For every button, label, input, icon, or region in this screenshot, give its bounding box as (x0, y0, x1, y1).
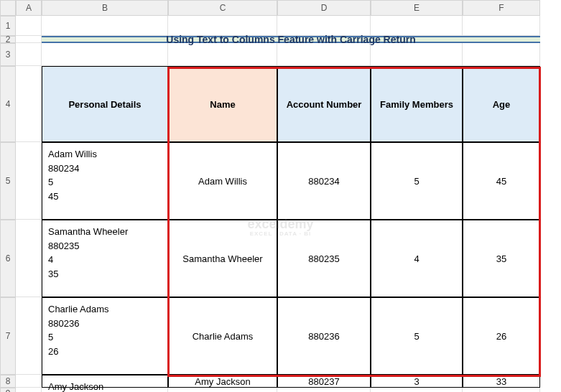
cell-blank[interactable] (16, 375, 42, 388)
cell-blank[interactable] (16, 43, 42, 66)
table-cell-personal[interactable]: Samantha Wheeler 880235 4 35 (42, 220, 168, 297)
cell-blank[interactable] (168, 16, 277, 36)
table-cell-personal[interactable]: Charlie Adams 880236 5 26 (42, 297, 168, 375)
cell-blank[interactable] (463, 16, 540, 36)
cell-blank[interactable] (168, 388, 277, 392)
table-header-personal[interactable]: Personal Details (42, 66, 168, 142)
cell-blank[interactable] (16, 66, 42, 142)
row-header-3[interactable]: 3 (0, 43, 16, 66)
table-header-account[interactable]: Account Number (277, 66, 371, 142)
cell-blank[interactable] (371, 388, 463, 392)
page-title: Using Text to Columns Feature with Carri… (42, 36, 540, 43)
cell-blank[interactable] (371, 43, 463, 66)
cell-blank[interactable] (463, 43, 540, 66)
table-header-family[interactable]: Family Members (371, 66, 463, 142)
column-header-C[interactable]: C (168, 0, 277, 16)
table-cell-family[interactable]: 5 (371, 297, 463, 375)
cell-blank[interactable] (168, 43, 277, 66)
column-header-E[interactable]: E (371, 0, 463, 16)
table-cell-name[interactable]: Adam Willis (168, 142, 277, 220)
row-header-1[interactable]: 1 (0, 16, 16, 36)
cell-blank[interactable] (42, 388, 168, 392)
table-cell-family[interactable]: 5 (371, 142, 463, 220)
column-header-F[interactable]: F (463, 0, 540, 16)
table-cell-account[interactable]: 880235 (277, 220, 371, 297)
table-header-name[interactable]: Name (168, 66, 277, 142)
row-header-4[interactable]: 4 (0, 66, 16, 142)
table-cell-name[interactable]: Charlie Adams (168, 297, 277, 375)
table-cell-account[interactable]: 880237 (277, 375, 371, 388)
cell-blank[interactable] (371, 16, 463, 36)
select-all-corner[interactable] (0, 0, 16, 16)
table-cell-age[interactable]: 35 (463, 220, 540, 297)
cell-blank[interactable] (42, 16, 168, 36)
table-cell-age[interactable]: 45 (463, 142, 540, 220)
table-cell-personal[interactable]: Amy Jackson 880237 3 33 (42, 375, 168, 388)
row-header-6[interactable]: 6 (0, 220, 16, 297)
row-header-9[interactable]: 9 (0, 388, 16, 392)
table-cell-account[interactable]: 880236 (277, 297, 371, 375)
table-header-age[interactable]: Age (463, 66, 540, 142)
cell-blank[interactable] (16, 142, 42, 220)
cell-blank[interactable] (463, 388, 540, 392)
row-header-5[interactable]: 5 (0, 142, 16, 220)
cell-blank[interactable] (16, 36, 42, 43)
table-cell-age[interactable]: 33 (463, 375, 540, 388)
column-header-D[interactable]: D (277, 0, 371, 16)
cell-blank[interactable] (42, 43, 168, 66)
cell-blank[interactable] (16, 16, 42, 36)
cell-blank[interactable] (277, 43, 371, 66)
row-header-8[interactable]: 8 (0, 375, 16, 388)
table-cell-family[interactable]: 3 (371, 375, 463, 388)
cell-blank[interactable] (16, 297, 42, 375)
table-cell-name[interactable]: Samantha Wheeler (168, 220, 277, 297)
table-cell-personal[interactable]: Adam Willis 880234 5 45 (42, 142, 168, 220)
table-cell-age[interactable]: 26 (463, 297, 540, 375)
column-header-A[interactable]: A (16, 0, 42, 16)
column-header-B[interactable]: B (42, 0, 168, 16)
cell-blank[interactable] (277, 16, 371, 36)
cell-blank[interactable] (277, 388, 371, 392)
row-header-7[interactable]: 7 (0, 297, 16, 375)
cell-blank[interactable] (16, 220, 42, 297)
table-cell-name[interactable]: Amy Jackson (168, 375, 277, 388)
table-cell-account[interactable]: 880234 (277, 142, 371, 220)
cell-blank[interactable] (16, 388, 42, 392)
row-header-2[interactable]: 2 (0, 36, 16, 43)
table-cell-family[interactable]: 4 (371, 220, 463, 297)
